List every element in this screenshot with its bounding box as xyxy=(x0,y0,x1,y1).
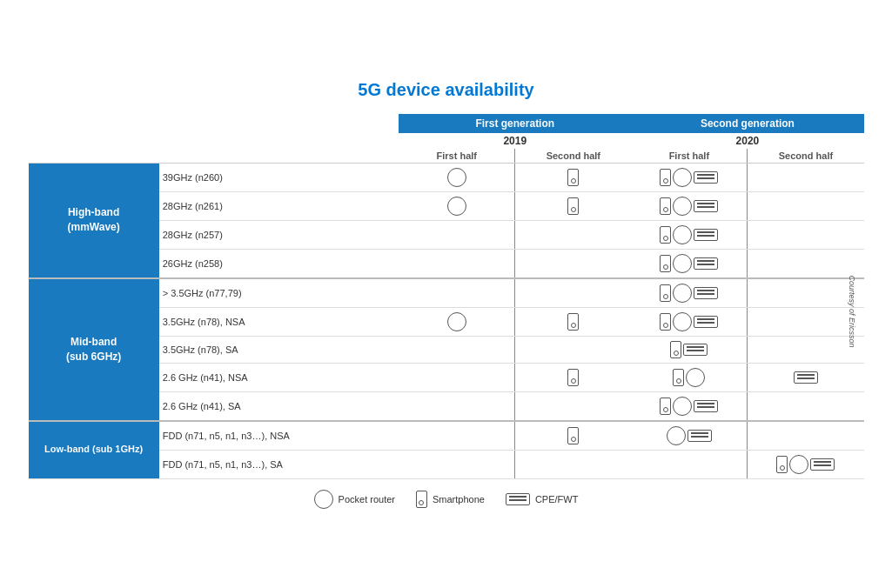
freq-label: 2.6 GHz (n41), NSA xyxy=(159,363,399,391)
pocket-router-icon xyxy=(447,312,466,331)
freq-label: 2.6 GHz (n41), SA xyxy=(159,391,399,421)
smartphone-icon xyxy=(670,341,681,358)
main-table: First generation Second generation 2019 … xyxy=(29,114,864,479)
legend: Pocket router Smartphone CPE/FWT xyxy=(29,490,864,509)
smartphone-label: Smartphone xyxy=(433,494,485,504)
smartphone-icon xyxy=(660,313,671,331)
smartphone-icon xyxy=(416,491,427,508)
smartphone-icon xyxy=(660,169,671,186)
pocket-router-icon xyxy=(673,254,692,273)
year-first: 2019 xyxy=(399,133,631,149)
table-row: Low-band (sub 1GHz)FDD (n71, n5, n1, n3…… xyxy=(29,421,864,451)
cpe-icon xyxy=(506,493,530,505)
freq-label: 28GHz (n261) xyxy=(159,191,399,220)
year-second: 2020 xyxy=(631,133,863,149)
freq-label: FDD (n71, n5, n1, n3…), NSA xyxy=(159,421,399,451)
pocket-router-icon xyxy=(447,168,466,187)
cpe-icon xyxy=(683,344,708,356)
cpe-icon xyxy=(694,316,718,328)
pocket-router-icon xyxy=(314,490,333,509)
cpe-icon xyxy=(687,430,712,442)
cpe-icon xyxy=(694,257,718,270)
pocket-router-icon xyxy=(673,397,692,416)
cpe-icon xyxy=(694,171,718,184)
freq-label: 3.5GHz (n78), NSA xyxy=(159,307,399,336)
pocket-router-icon xyxy=(673,197,692,216)
freq-label: 39GHz (n260) xyxy=(159,163,399,191)
page-title: 5G device availability xyxy=(29,80,864,100)
smartphone-icon xyxy=(567,197,579,215)
first-half-label: First half xyxy=(399,149,515,164)
half-row: First half Second half First half Second… xyxy=(29,149,864,164)
first-gen-header: First generation xyxy=(399,114,631,133)
second-half-first-label: Second half xyxy=(515,149,632,164)
smartphone-icon xyxy=(660,226,671,244)
pocket-router-icon xyxy=(447,197,466,216)
pocket-router-icon xyxy=(673,284,692,303)
cpe-icon xyxy=(694,400,718,412)
pocket-router-icon xyxy=(673,168,692,187)
table-row: High-band (mmWave)39GHz (n260) xyxy=(29,163,864,191)
cpe-icon xyxy=(694,200,718,212)
band-category: Mid-band (sub 6GHz) xyxy=(29,278,159,421)
cpe-icon xyxy=(694,287,718,299)
courtesy-text: Courtesy of Ericsson xyxy=(848,275,856,347)
legend-pocket-router: Pocket router xyxy=(314,490,395,509)
smartphone-icon xyxy=(567,169,579,186)
table-wrapper: First generation Second generation 2019 … xyxy=(29,114,864,509)
smartphone-icon xyxy=(660,255,671,272)
smartphone-icon xyxy=(567,369,579,386)
legend-cpe: CPE/FWT xyxy=(506,493,579,505)
table-row: Mid-band (sub 6GHz)> 3.5GHz (n77,79) xyxy=(29,278,864,308)
band-category: Low-band (sub 1GHz) xyxy=(29,421,159,479)
first-half-second-label: First half xyxy=(631,149,748,164)
pocket-router-icon xyxy=(673,312,692,331)
cpe-icon xyxy=(694,229,718,241)
band-category: High-band (mmWave) xyxy=(29,163,159,278)
page-container: 5G device availability First generation … xyxy=(29,80,864,509)
pocket-router-icon xyxy=(667,426,686,445)
year-row: 2019 2020 xyxy=(29,133,864,149)
freq-label: FDD (n71, n5, n1, n3…), SA xyxy=(159,450,399,478)
freq-label: 26GHz (n258) xyxy=(159,249,399,278)
pocket-router-icon xyxy=(686,368,705,387)
generation-header-row: First generation Second generation xyxy=(29,114,864,133)
cpe-label: CPE/FWT xyxy=(535,494,579,504)
smartphone-icon xyxy=(660,197,671,215)
freq-label: > 3.5GHz (n77,79) xyxy=(159,278,399,308)
smartphone-icon xyxy=(660,398,671,415)
smartphone-icon xyxy=(776,456,788,473)
pocket-router-icon xyxy=(673,225,692,244)
smartphone-icon xyxy=(567,313,579,331)
smartphone-icon xyxy=(673,369,684,386)
pocket-router-label: Pocket router xyxy=(339,494,395,504)
pocket-router-icon xyxy=(789,455,808,474)
second-half-second-label: Second half xyxy=(748,149,864,164)
smartphone-icon xyxy=(660,284,671,302)
freq-label: 3.5GHz (n78), SA xyxy=(159,336,399,363)
cpe-icon xyxy=(810,458,835,471)
legend-smartphone: Smartphone xyxy=(416,491,485,508)
cpe-icon xyxy=(794,371,818,384)
freq-label: 28GHz (n257) xyxy=(159,220,399,249)
second-gen-header: Second generation xyxy=(631,114,863,133)
smartphone-icon xyxy=(567,427,579,444)
